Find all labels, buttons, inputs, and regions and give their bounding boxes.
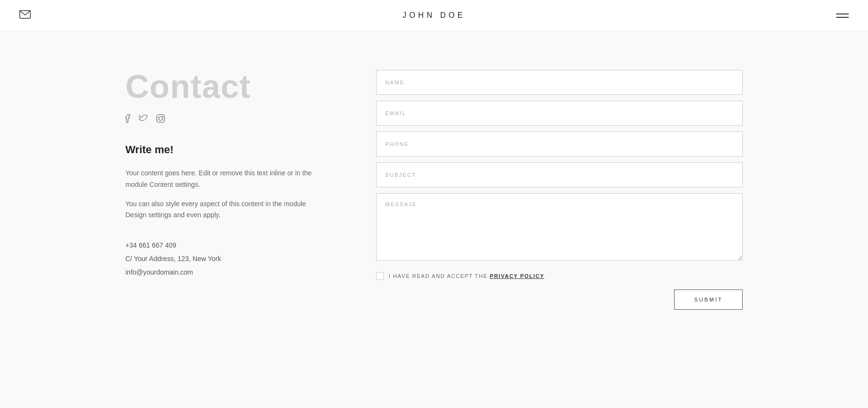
privacy-row: I HAVE READ AND ACCEPT THE PRIVACY POLIC… — [376, 272, 743, 280]
phone-field-group — [376, 132, 743, 157]
message-field-group — [376, 193, 743, 263]
page-content: Contact Write me! Your conte — [0, 31, 868, 348]
subject-input[interactable] — [376, 162, 743, 187]
privacy-policy-link[interactable]: PRIVACY POLICY — [490, 273, 544, 279]
svg-point-2 — [159, 117, 163, 120]
left-column: Contact Write me! Your conte — [125, 70, 328, 310]
phone-input[interactable] — [376, 132, 743, 157]
svg-point-3 — [163, 116, 163, 117]
submit-row: SUBMIT — [376, 290, 743, 310]
write-me-heading: Write me! — [125, 144, 328, 156]
svg-rect-1 — [157, 115, 164, 122]
instagram-icon[interactable] — [156, 114, 165, 124]
address: C/ Your Address, 123, New York — [125, 252, 328, 265]
social-icons-row — [125, 114, 328, 124]
privacy-checkbox[interactable] — [376, 272, 384, 280]
facebook-icon[interactable] — [125, 114, 130, 124]
contact-details: +34 661 667 409 C/ Your Address, 123, Ne… — [125, 238, 328, 279]
description-1: Your content goes here. Edit or remove t… — [125, 168, 328, 191]
mail-icon[interactable] — [19, 10, 31, 21]
submit-button[interactable]: SUBMIT — [674, 290, 743, 310]
site-logo: JOHN DOE — [403, 11, 466, 20]
hamburger-line-1 — [836, 13, 849, 14]
email-address: info@yourdomain.com — [125, 265, 328, 279]
contact-form: I HAVE READ AND ACCEPT THE PRIVACY POLIC… — [376, 70, 743, 310]
name-field-group — [376, 70, 743, 95]
navbar: JOHN DOE — [0, 0, 868, 31]
phone-number: +34 661 667 409 — [125, 238, 328, 252]
hamburger-line-2 — [836, 17, 849, 18]
twitter-icon[interactable] — [139, 114, 148, 124]
privacy-label: I HAVE READ AND ACCEPT THE PRIVACY POLIC… — [389, 273, 544, 279]
email-field-group — [376, 101, 743, 126]
email-input[interactable] — [376, 101, 743, 126]
description-2: You can also style every aspect of this … — [125, 198, 328, 222]
subject-field-group — [376, 162, 743, 187]
page-title: Contact — [125, 70, 328, 103]
message-textarea[interactable] — [376, 193, 743, 261]
name-input[interactable] — [376, 70, 743, 95]
hamburger-menu[interactable] — [836, 13, 849, 18]
